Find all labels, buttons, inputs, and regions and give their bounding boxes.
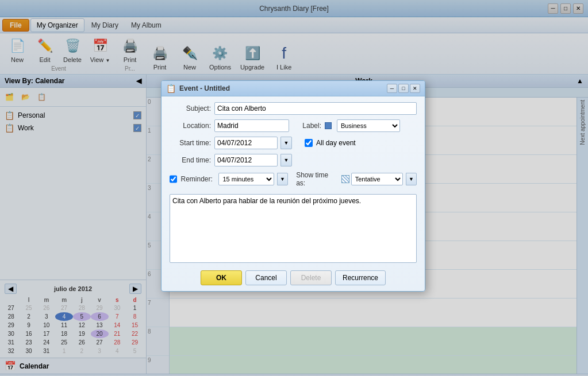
tentative-dropdown[interactable]: ▼ [406,173,417,185]
event-dialog-title: Event - Untitled [179,84,386,92]
dialog-maximize-button[interactable]: □ [398,84,409,93]
reminder-select[interactable]: 15 minutes 30 minutes 1 hour [218,173,274,185]
event-dialog: 📋 Event - Untitled ─ □ ✕ Subject: Locati… [161,80,425,292]
end-time-label: End time: [170,156,211,164]
end-time-input[interactable] [214,154,278,166]
reminder-dropdown[interactable]: ▼ [277,173,288,185]
dialog-buttons: OK Cancel Delete Recurrence [170,270,417,285]
delete-button: Delete [290,270,332,285]
location-label: Location: [170,122,211,130]
dialog-body: Subject: Location: Label: Business Perso… [162,96,425,291]
allday-checkbox[interactable] [305,139,313,147]
location-label-row: Location: Label: Business Personal Impor… [170,119,417,132]
showtime-label: Show time as: [296,171,338,187]
end-time-dropdown[interactable]: ▼ [280,154,292,166]
subject-label: Subject: [170,104,211,113]
label-field-label: Label: [293,122,321,130]
event-dialog-icon: 📋 [166,84,176,93]
dialog-title-bar: 📋 Event - Untitled ─ □ ✕ [162,81,425,96]
tentative-select[interactable]: Tentative Busy Free [351,173,403,185]
cancel-button[interactable]: Cancel [245,270,287,285]
dialog-close-button[interactable]: ✕ [410,84,420,93]
tentative-icon [341,175,349,183]
start-time-label: Start time: [170,139,211,147]
location-input[interactable] [214,119,289,132]
allday-label: All day event [316,139,356,147]
reminder-row: Reminder: 15 minutes 30 minutes 1 hour ▼… [170,171,417,187]
notes-textarea[interactable]: Cita con Alberto para hablar de la reuni… [170,194,417,263]
subject-input[interactable] [214,102,417,115]
reminder-checkbox[interactable] [170,175,177,183]
ok-button[interactable]: OK [201,270,242,285]
start-time-row: Start time: ▼ All day event [170,137,417,149]
start-time-dropdown[interactable]: ▼ [280,137,292,149]
tentative-select-wrap: Tentative Busy Free [341,173,403,185]
recurrence-button[interactable]: Recurrence [335,270,386,285]
allday-row: All day event [305,139,356,147]
label-color-dot [325,122,332,129]
label-select[interactable]: Business Personal Important [337,119,400,132]
subject-row: Subject: [170,102,417,115]
dialog-minimize-button[interactable]: ─ [387,84,397,93]
reminder-label: Reminder: [180,175,215,183]
start-time-input[interactable] [214,137,278,149]
end-time-row: End time: ▼ [170,154,417,166]
